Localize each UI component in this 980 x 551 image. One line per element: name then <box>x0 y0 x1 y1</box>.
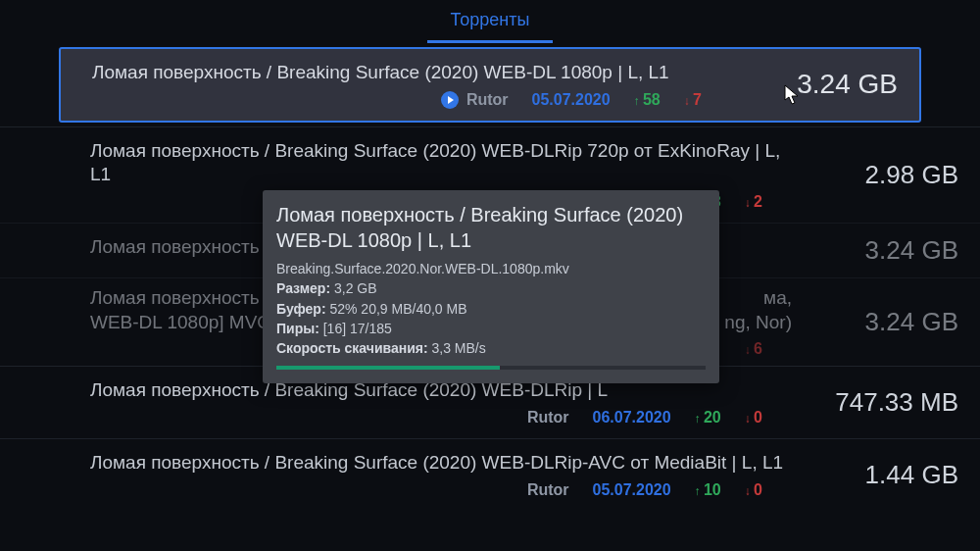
torrent-title: Ломая поверхность / Breaking Surface (20… <box>92 61 731 85</box>
progress-fill <box>276 366 500 370</box>
seeds-count: 20 <box>695 409 721 426</box>
torrent-meta: Rutor 05.07.2020 10 0 <box>90 481 792 499</box>
source-label: Rutor <box>466 91 509 109</box>
tab-torrents[interactable]: Торренты <box>427 4 554 43</box>
date-label: 05.07.2020 <box>593 481 671 499</box>
popup-title: Ломая поверхность / Breaking Surface (20… <box>276 202 706 253</box>
source-label: Rutor <box>527 481 569 499</box>
torrent-item[interactable]: Ломая поверхность / Breaking Surface (20… <box>59 47 921 123</box>
size-label: 3.24 GB <box>792 307 958 337</box>
torrent-meta: Rutor 06.07.2020 20 0 <box>90 409 792 426</box>
size-label: 3.24 GB <box>792 235 958 266</box>
peers-count: 0 <box>745 409 762 426</box>
progress-bar <box>276 366 706 370</box>
torrent-meta: Rutor 05.07.2020 58 7 <box>92 91 731 109</box>
popup-speed: Скорость скачивания: 3,3 MB/s <box>276 338 706 358</box>
download-info-popup: Ломая поверхность / Breaking Surface (20… <box>263 190 719 383</box>
size-label: 1.44 GB <box>792 460 958 490</box>
tab-header: Торренты <box>0 0 980 43</box>
peers-count: 0 <box>745 481 762 499</box>
peers-count: 6 <box>745 340 762 358</box>
date-label: 05.07.2020 <box>532 91 611 109</box>
popup-size: Размер: 3,2 GB <box>276 278 706 298</box>
seeds-count: 10 <box>695 481 721 499</box>
date-label: 06.07.2020 <box>593 409 671 426</box>
peers-count: 2 <box>745 193 762 211</box>
seeds-count: 58 <box>634 91 661 109</box>
play-icon <box>441 91 459 109</box>
size-label: 747.33 MB <box>792 387 958 418</box>
torrent-title: Ломая поверхность / Breaking Surface (20… <box>90 451 792 476</box>
peers-count: 7 <box>684 91 702 109</box>
popup-buffer: Буфер: 52% 20,9 MB/40,0 MB <box>276 299 706 319</box>
torrent-item[interactable]: Ломая поверхность / Breaking Surface (20… <box>0 438 980 511</box>
size-label: 3.24 GB <box>731 69 898 100</box>
popup-filename: Breaking.Surface.2020.Nor.WEB-DL.1080p.m… <box>276 259 706 278</box>
popup-peers: Пиры: [16] 17/185 <box>276 319 706 338</box>
source-label: Rutor <box>527 409 569 426</box>
size-label: 2.98 GB <box>792 160 958 190</box>
torrent-title: Ломая поверхность / Breaking Surface (20… <box>90 139 792 187</box>
